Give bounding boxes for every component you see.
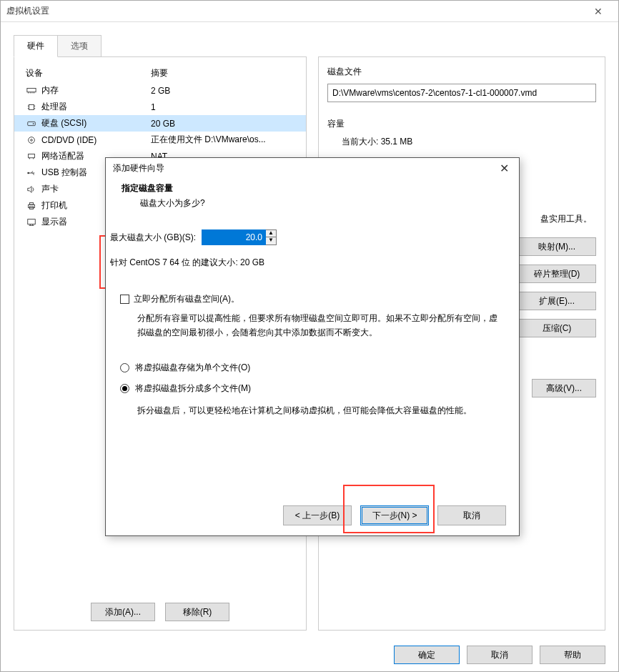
wizard-titlebar: 添加硬件向导 ✕ bbox=[106, 158, 519, 178]
table-row[interactable]: 处理器 1 bbox=[14, 99, 306, 115]
ok-button[interactable]: 确定 bbox=[394, 646, 460, 664]
wizard-body: 最大磁盘大小 (GB)(S): ▲ ▼ 针对 CentOS 7 64 位 的建议… bbox=[106, 218, 519, 417]
spin-down-icon[interactable]: ▼ bbox=[266, 237, 276, 244]
memory-icon bbox=[26, 86, 37, 96]
advanced-row: 高级(V)... bbox=[532, 379, 596, 397]
svg-rect-5 bbox=[29, 104, 34, 109]
display-icon bbox=[26, 217, 37, 227]
remove-button[interactable]: 移除(R) bbox=[165, 603, 229, 621]
wizard-subheading: 磁盘大小为多少? bbox=[140, 197, 503, 209]
allocate-now-row[interactable]: 立即分配所有磁盘空间(A)。 bbox=[120, 293, 505, 305]
device-name: 声卡 bbox=[41, 183, 59, 195]
device-summary: 20 GB bbox=[151, 119, 294, 129]
device-summary: 正在使用文件 D:\VMware\os... bbox=[151, 134, 294, 146]
recommended-size: 针对 CentOS 7 64 位 的建议大小: 20 GB bbox=[110, 257, 505, 269]
store-options: 将虚拟磁盘存储为单个文件(O) 将虚拟磁盘拆分成多个文件(M) 拆分磁盘后，可以… bbox=[120, 362, 505, 417]
diskfile-label: 磁盘文件 bbox=[327, 66, 596, 78]
wizard-buttons: < 上一步(B) 下一步(N) > 取消 bbox=[283, 505, 506, 525]
partial-text: 盘实用工具。 bbox=[540, 213, 592, 225]
left-buttons: 添加(A)... 移除(R) bbox=[14, 603, 306, 621]
add-hardware-wizard: 添加硬件向导 ✕ 指定磁盘容量 磁盘大小为多少? 最大磁盘大小 (GB)(S):… bbox=[105, 157, 520, 536]
current-size: 当前大小: 35.1 MB bbox=[342, 136, 596, 148]
radio-single-file[interactable]: 将虚拟磁盘存储为单个文件(O) bbox=[120, 362, 505, 374]
spinner: ▲ ▼ bbox=[266, 229, 277, 245]
close-icon[interactable]: ✕ bbox=[497, 162, 512, 175]
size-input-wrap: ▲ ▼ bbox=[202, 229, 277, 245]
radio-icon[interactable] bbox=[120, 384, 129, 393]
device-name: 硬盘 (SCSI) bbox=[41, 117, 86, 129]
device-summary: 1 bbox=[151, 102, 294, 112]
next-button[interactable]: 下一步(N) > bbox=[360, 505, 429, 525]
split-desc: 拆分磁盘后，可以更轻松地在计算机之间移动虚拟机，但可能会降低大容量磁盘的性能。 bbox=[137, 403, 505, 417]
svg-rect-10 bbox=[28, 122, 36, 125]
map-button[interactable]: 映射(M)... bbox=[518, 237, 596, 256]
svg-rect-0 bbox=[27, 88, 36, 92]
svg-rect-14 bbox=[29, 154, 35, 157]
window-title: 虚拟机设置 bbox=[6, 5, 584, 17]
svg-rect-25 bbox=[28, 219, 36, 224]
device-name: USB 控制器 bbox=[41, 167, 87, 179]
allocate-now-label: 立即分配所有磁盘空间(A)。 bbox=[134, 293, 239, 305]
allocate-desc: 分配所有容量可以提高性能，但要求所有物理磁盘空间立即可用。如果不立即分配所有空间… bbox=[137, 311, 505, 340]
bottom-buttons: 确定 取消 帮助 bbox=[394, 646, 605, 664]
advanced-button[interactable]: 高级(V)... bbox=[532, 379, 596, 397]
allocate-block: 立即分配所有磁盘空间(A)。 分配所有容量可以提高性能，但要求所有物理磁盘空间立… bbox=[120, 293, 505, 340]
device-name: 显示器 bbox=[41, 216, 67, 228]
wizard-cancel-button[interactable]: 取消 bbox=[437, 505, 506, 525]
help-button[interactable]: 帮助 bbox=[540, 646, 605, 664]
defrag-button[interactable]: 碎片整理(D) bbox=[518, 265, 596, 283]
svg-marker-21 bbox=[28, 186, 31, 192]
device-name: 处理器 bbox=[41, 101, 67, 113]
table-row[interactable]: CD/DVD (IDE) 正在使用文件 D:\VMware\os... bbox=[14, 132, 306, 148]
radio-split-label: 将虚拟磁盘拆分成多个文件(M) bbox=[135, 382, 251, 395]
device-summary: 2 GB bbox=[151, 86, 294, 96]
table-row[interactable]: 硬盘 (SCSI) 20 GB bbox=[14, 115, 306, 132]
cpu-icon bbox=[26, 102, 37, 112]
back-button[interactable]: < 上一步(B) bbox=[283, 505, 352, 525]
radio-split-files[interactable]: 将虚拟磁盘拆分成多个文件(M) bbox=[120, 382, 505, 395]
network-icon bbox=[26, 152, 37, 162]
device-name: 网络适配器 bbox=[41, 150, 84, 162]
wizard-title: 添加硬件向导 bbox=[113, 162, 497, 174]
radio-single-label: 将虚拟磁盘存储为单个文件(O) bbox=[135, 362, 250, 374]
device-name: 打印机 bbox=[41, 199, 67, 212]
usb-icon bbox=[26, 168, 37, 178]
disk-icon bbox=[26, 119, 37, 129]
compact-button[interactable]: 压缩(C) bbox=[518, 319, 596, 337]
capacity-label: 容量 bbox=[327, 118, 596, 130]
tab-hardware[interactable]: 硬件 bbox=[14, 35, 58, 57]
radio-icon[interactable] bbox=[120, 363, 129, 372]
header-summary: 摘要 bbox=[151, 67, 294, 79]
table-header: 设备 摘要 bbox=[14, 64, 306, 82]
wizard-header: 指定磁盘容量 磁盘大小为多少? bbox=[106, 178, 519, 218]
tab-options[interactable]: 选项 bbox=[57, 35, 101, 57]
svg-point-12 bbox=[29, 137, 35, 143]
tabs: 硬件 选项 bbox=[1, 22, 618, 57]
size-label: 最大磁盘大小 (GB)(S): bbox=[110, 232, 196, 244]
cancel-button[interactable]: 取消 bbox=[467, 646, 533, 664]
printer-icon bbox=[26, 201, 37, 211]
svg-point-13 bbox=[31, 139, 33, 141]
main-titlebar: 虚拟机设置 ✕ bbox=[1, 1, 618, 22]
checkbox-icon[interactable] bbox=[120, 295, 129, 304]
header-device: 设备 bbox=[26, 67, 151, 79]
table-row[interactable]: 内存 2 GB bbox=[14, 82, 306, 99]
disk-util-buttons: 映射(M)... 碎片整理(D) 扩展(E)... 压缩(C) bbox=[518, 237, 596, 337]
disk-size-input[interactable] bbox=[202, 229, 266, 245]
cd-icon bbox=[26, 135, 37, 145]
add-button[interactable]: 添加(A)... bbox=[91, 603, 155, 621]
wizard-heading: 指定磁盘容量 bbox=[122, 182, 503, 194]
device-name: 内存 bbox=[41, 84, 59, 97]
device-name: CD/DVD (IDE) bbox=[41, 135, 96, 145]
close-icon[interactable]: ✕ bbox=[584, 6, 613, 17]
svg-rect-23 bbox=[29, 202, 33, 204]
sound-icon bbox=[26, 184, 37, 194]
expand-button[interactable]: 扩展(E)... bbox=[518, 292, 596, 310]
svg-point-11 bbox=[33, 123, 34, 124]
diskfile-input[interactable]: D:\VMware\vms\centos7-2\centos7-1-cl1-00… bbox=[327, 84, 596, 102]
size-row: 最大磁盘大小 (GB)(S): ▲ ▼ bbox=[110, 229, 505, 245]
